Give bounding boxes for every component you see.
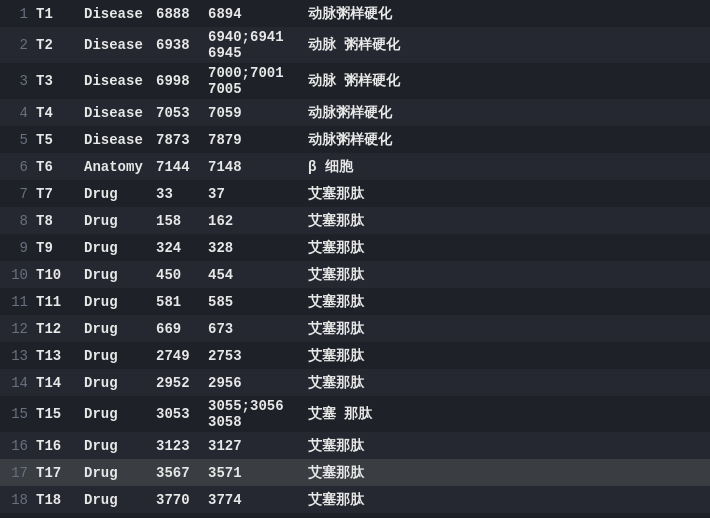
row-type: Drug [84,348,156,364]
row-number: 4 [0,105,36,121]
table-row[interactable]: 6 T6 Anatomy 7144 7148 β 细胞 [0,153,710,180]
row-id: T11 [36,294,84,310]
row-number: 13 [0,348,36,364]
table-row[interactable]: 2 T2 Disease 6938 6940;6941 6945 动脉 粥样硬化 [0,27,710,63]
row-number: 18 [0,492,36,508]
row-number: 16 [0,438,36,454]
row-number: 9 [0,240,36,256]
row-start: 581 [156,294,208,310]
row-text: 艾塞那肽 [308,212,710,230]
row-id: T6 [36,159,84,175]
row-text: 动脉 粥样硬化 [308,36,710,54]
row-end: 3055;3056 3058 [208,398,308,430]
row-type: Disease [84,132,156,148]
table-row[interactable]: 5 T5 Disease 7873 7879 动脉粥样硬化 [0,126,710,153]
row-end: 585 [208,294,308,310]
row-number: 6 [0,159,36,175]
row-end: 6940;6941 6945 [208,29,308,61]
row-text: 艾塞那肽 [308,185,710,203]
row-text: 艾塞那肽 [308,293,710,311]
row-end: 7148 [208,159,308,175]
row-type: Drug [84,492,156,508]
table-row[interactable]: 19 T19 Drug 3817 3821 艾塞那肽 [0,513,710,518]
row-text: 艾塞那肽 [308,239,710,257]
row-end: 328 [208,240,308,256]
row-start: 6938 [156,37,208,53]
table-row[interactable]: 7 T7 Drug 33 37 艾塞那肽 [0,180,710,207]
table-row[interactable]: 13 T13 Drug 2749 2753 艾塞那肽 [0,342,710,369]
row-text: 艾塞那肽 [308,320,710,338]
table-row[interactable]: 1 T1 Disease 6888 6894 动脉粥样硬化 [0,0,710,27]
row-id: T1 [36,6,84,22]
row-id: T8 [36,213,84,229]
row-end: 7879 [208,132,308,148]
row-id: T14 [36,375,84,391]
row-end: 673 [208,321,308,337]
row-end: 2956 [208,375,308,391]
row-text: 艾塞那肽 [308,374,710,392]
row-id: T18 [36,492,84,508]
row-start: 669 [156,321,208,337]
table-row[interactable]: 16 T16 Drug 3123 3127 艾塞那肽 [0,432,710,459]
row-id: T15 [36,406,84,422]
row-text: 动脉粥样硬化 [308,131,710,149]
row-type: Disease [84,6,156,22]
table-row[interactable]: 10 T10 Drug 450 454 艾塞那肽 [0,261,710,288]
row-end: 2753 [208,348,308,364]
row-end: 7059 [208,105,308,121]
row-number: 12 [0,321,36,337]
table-row[interactable]: 11 T11 Drug 581 585 艾塞那肽 [0,288,710,315]
row-id: T4 [36,105,84,121]
row-type: Drug [84,213,156,229]
row-start: 3567 [156,465,208,481]
row-text: 动脉粥样硬化 [308,5,710,23]
row-start: 3053 [156,406,208,422]
row-id: T2 [36,37,84,53]
table-row[interactable]: 18 T18 Drug 3770 3774 艾塞那肽 [0,486,710,513]
row-end: 162 [208,213,308,229]
table-row[interactable]: 9 T9 Drug 324 328 艾塞那肽 [0,234,710,261]
row-number: 2 [0,37,36,53]
row-id: T3 [36,73,84,89]
data-table: 1 T1 Disease 6888 6894 动脉粥样硬化 2 T2 Disea… [0,0,710,518]
row-end: 6894 [208,6,308,22]
row-text: 动脉粥样硬化 [308,104,710,122]
table-row[interactable]: 12 T12 Drug 669 673 艾塞那肽 [0,315,710,342]
row-start: 3770 [156,492,208,508]
table-row[interactable]: 3 T3 Disease 6998 7000;7001 7005 动脉 粥样硬化 [0,63,710,99]
row-id: T7 [36,186,84,202]
row-type: Disease [84,37,156,53]
row-id: T12 [36,321,84,337]
row-type: Drug [84,438,156,454]
row-text: 艾塞那肽 [308,266,710,284]
row-text: 艾塞那肽 [308,437,710,455]
table-row[interactable]: 8 T8 Drug 158 162 艾塞那肽 [0,207,710,234]
row-number: 11 [0,294,36,310]
row-number: 3 [0,73,36,89]
table-row[interactable]: 15 T15 Drug 3053 3055;3056 3058 艾塞 那肽 [0,396,710,432]
row-end: 3571 [208,465,308,481]
row-text: 艾塞那肽 [308,464,710,482]
row-text: 艾塞 那肽 [308,405,710,423]
row-id: T16 [36,438,84,454]
row-start: 3123 [156,438,208,454]
row-number: 1 [0,6,36,22]
row-end: 7000;7001 7005 [208,65,308,97]
row-type: Disease [84,105,156,121]
table-row[interactable]: 17 T17 Drug 3567 3571 艾塞那肽 [0,459,710,486]
row-number: 8 [0,213,36,229]
row-number: 10 [0,267,36,283]
row-number: 15 [0,406,36,422]
row-text: 艾塞那肽 [308,347,710,365]
row-end: 37 [208,186,308,202]
table-row[interactable]: 14 T14 Drug 2952 2956 艾塞那肽 [0,369,710,396]
row-start: 6998 [156,73,208,89]
row-type: Drug [84,267,156,283]
row-id: T17 [36,465,84,481]
row-type: Drug [84,406,156,422]
row-text: 艾塞那肽 [308,491,710,509]
table-row[interactable]: 4 T4 Disease 7053 7059 动脉粥样硬化 [0,99,710,126]
row-id: T13 [36,348,84,364]
row-number: 17 [0,465,36,481]
row-end: 3127 [208,438,308,454]
